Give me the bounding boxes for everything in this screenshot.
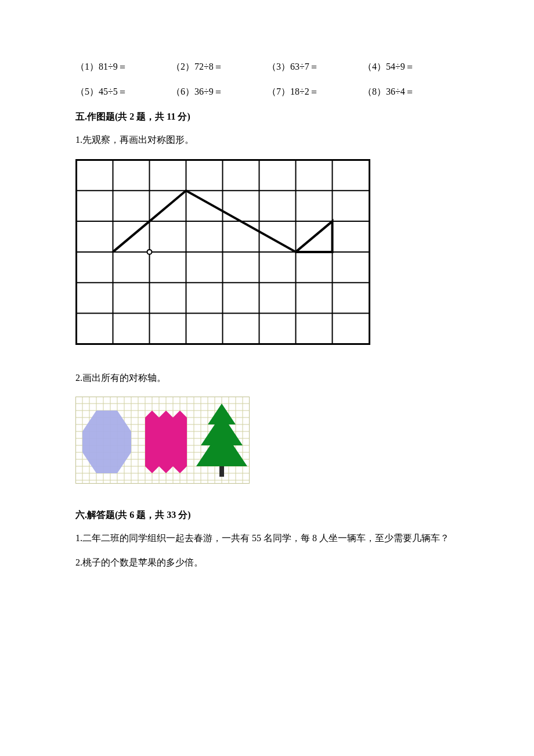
section6-title: 六.解答题(共 6 题，共 33 分) (75, 509, 459, 521)
svg-point-13 (147, 249, 152, 254)
grid-symmetry-figure (75, 159, 459, 347)
section6-q2: 2.桃子的个数是苹果的多少倍。 (75, 555, 459, 570)
shapes-grid-figure (75, 397, 459, 486)
calc-item: （4）54÷9＝ (363, 61, 459, 73)
shapes-svg (75, 397, 250, 484)
calc-item: （2）72÷8＝ (171, 61, 267, 73)
calc-item: （6）36÷9＝ (171, 86, 267, 98)
calc-item: （3）63÷7＝ (267, 61, 363, 73)
svg-rect-55 (219, 466, 224, 477)
calc-item: （1）81÷9＝ (75, 61, 171, 73)
calc-row-2: （5）45÷5＝ （6）36÷9＝ （7）18÷2＝ （8）36÷4＝ (75, 86, 459, 98)
calc-item: （7）18÷2＝ (267, 86, 363, 98)
section5-q1: 1.先观察，再画出对称图形。 (75, 132, 459, 147)
grid-svg (75, 159, 370, 345)
calc-row-1: （1）81÷9＝ （2）72÷8＝ （3）63÷7＝ （4）54÷9＝ (75, 61, 459, 73)
page-content: （1）81÷9＝ （2）72÷8＝ （3）63÷7＝ （4）54÷9＝ （5）4… (0, 0, 534, 614)
section6-q1: 1.二年二班的同学组织一起去春游，一共有 55 名同学，每 8 人坐一辆车，至少… (75, 531, 459, 546)
section5-title: 五.作图题(共 2 题，共 11 分) (75, 111, 459, 123)
tulip-shape (145, 411, 187, 473)
calc-item: （5）45÷5＝ (75, 86, 171, 98)
calc-item: （8）36÷4＝ (363, 86, 459, 98)
section5-q2: 2.画出所有的对称轴。 (75, 370, 459, 386)
